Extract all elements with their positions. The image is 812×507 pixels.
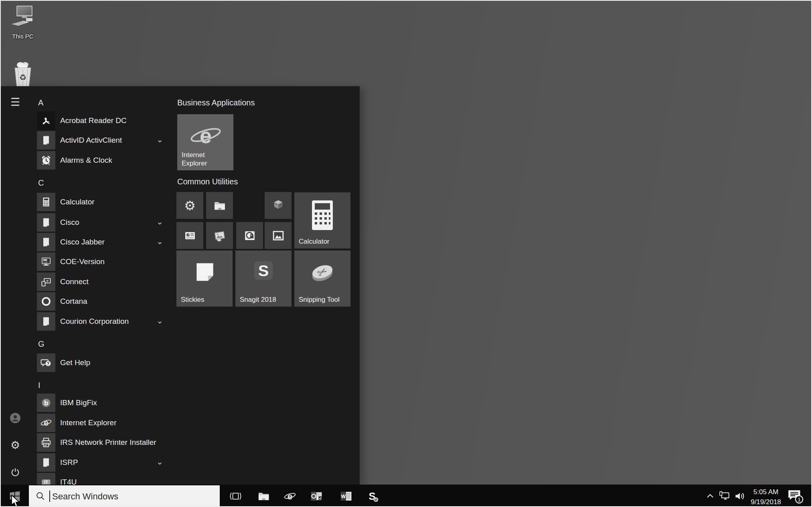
app-item-coe-version[interactable]: COE-Version [37, 252, 169, 271]
tile-secure-browser[interactable] [236, 222, 263, 249]
app-label: Courion Corporation [60, 312, 129, 331]
app-item-ibm-bigfix[interactable]: b IBM BigFix [37, 394, 169, 412]
user-account-icon[interactable] [8, 411, 22, 425]
task-view-icon [229, 490, 242, 503]
tile-control-panel[interactable] [176, 222, 203, 249]
tile-photos[interactable] [265, 222, 292, 249]
svg-text:S: S [258, 262, 269, 279]
internet-explorer-button[interactable]: e [283, 489, 297, 503]
tile-label: Internet Explorer [182, 151, 229, 168]
monitor-icon [37, 252, 55, 271]
app-item-cortana[interactable]: Cortana [37, 292, 169, 311]
taskbar: e W S [1, 485, 811, 507]
chevron-down-icon[interactable]: ⌄ [156, 213, 163, 232]
gear-glyph: ⚙ [10, 439, 20, 452]
document-icon [37, 312, 55, 331]
word-button[interactable]: W [339, 489, 353, 503]
search-input[interactable] [51, 485, 213, 507]
acrobat-reader-icon [37, 111, 55, 130]
tile-label: Stickies [181, 295, 228, 304]
app-item-cisco[interactable]: Cisco ⌄ [37, 213, 169, 232]
svg-text:b: b [44, 399, 48, 406]
app-item-alarms-clock[interactable]: Alarms & Clock [37, 151, 169, 170]
app-item-activid[interactable]: ActivID ActivClient ⌄ [37, 131, 169, 149]
outlook-button[interactable] [310, 489, 323, 503]
tray-overflow-button[interactable] [705, 489, 715, 503]
chevron-down-icon[interactable]: ⌄ [156, 312, 163, 331]
app-label: Alarms & Clock [60, 151, 112, 170]
skype-button[interactable]: S [366, 489, 379, 503]
tile-group-title-utilities: Common Utilities [177, 177, 238, 186]
settings-gear-icon[interactable]: ⚙ [8, 438, 22, 452]
calculator-icon [37, 193, 55, 211]
hamburger-menu-icon[interactable]: ☰ [8, 95, 22, 109]
svg-text:?: ? [47, 361, 49, 366]
tile-stickies[interactable]: Stickies [176, 250, 233, 307]
app-label: IBM BigFix [60, 394, 97, 412]
network-icon [718, 490, 731, 503]
tile-label: Snagit 2018 [240, 295, 287, 304]
app-label: Acrobat Reader DC [60, 111, 127, 130]
app-item-get-help[interactable]: ? Get Help [37, 353, 169, 372]
skype-icon: S [366, 488, 379, 504]
svg-text:e: e [44, 418, 49, 428]
section-letter-a[interactable]: A [38, 98, 43, 107]
tile-3d-builder[interactable] [265, 192, 292, 219]
app-item-courion[interactable]: Courion Corporation ⌄ [37, 312, 169, 331]
search-icon [35, 491, 46, 501]
tile-file-explorer[interactable] [206, 192, 233, 219]
action-center-icon: 1 [786, 488, 804, 505]
recycle-bin-icon: ♻ [12, 61, 34, 89]
tile-internet-explorer[interactable]: e Internet Explorer [177, 114, 233, 170]
app-item-internet-explorer[interactable]: e Internet Explorer [37, 414, 169, 432]
app-item-irs-printer[interactable]: IRS Network Printer Installer [37, 433, 169, 452]
network-status[interactable] [718, 489, 731, 503]
document-icon [37, 233, 55, 251]
photos-icon [271, 228, 286, 243]
mouse-cursor [10, 495, 22, 507]
chevron-down-icon[interactable]: ⌄ [156, 131, 163, 149]
notification-badge: 1 [798, 497, 800, 503]
tile-photo-viewer[interactable] [206, 222, 233, 249]
tile-snipping-tool[interactable]: ✂ Snipping Tool [294, 250, 350, 307]
section-letter-i[interactable]: I [38, 381, 40, 390]
section-letter-c[interactable]: C [38, 178, 44, 188]
app-label: COE-Version [60, 252, 105, 271]
bigfix-icon: b [37, 394, 55, 412]
desktop-icon-this-pc[interactable]: This PC [1, 5, 45, 40]
svg-text:e: e [200, 123, 212, 147]
section-letter-g[interactable]: G [38, 339, 45, 349]
task-view-button[interactable] [229, 489, 242, 503]
file-explorer-button[interactable] [257, 489, 270, 503]
app-item-acrobat-reader[interactable]: Acrobat Reader DC [37, 111, 169, 130]
folder-icon [257, 489, 270, 503]
app-item-connect[interactable]: Connect [37, 273, 169, 291]
app-item-cisco-jabber[interactable]: Cisco Jabber ⌄ [37, 233, 169, 251]
calculator-icon [311, 200, 334, 231]
cast-screens-icon [37, 273, 55, 291]
document-icon [37, 131, 55, 149]
start-menu: ☰ ⚙ A C G I [1, 86, 360, 485]
document-icon [37, 453, 55, 472]
chevron-down-icon[interactable]: ⌄ [156, 233, 163, 251]
app-label: ISRP [60, 453, 78, 472]
app-item-isrp[interactable]: ISRP ⌄ [37, 453, 169, 472]
tile-settings[interactable]: ⚙ [176, 192, 203, 219]
app-item-calculator[interactable]: Calculator [37, 193, 169, 211]
snipping-tool-icon: ✂ [309, 261, 336, 283]
tile-snagit[interactable]: S Snagit 2018 [235, 250, 292, 307]
chevron-down-icon[interactable]: ⌄ [156, 453, 163, 472]
app-label: Cisco Jabber [60, 233, 105, 251]
tray-clock[interactable]: 5:05 AM 9/19/2018 [743, 487, 788, 507]
app-label: Get Help [60, 353, 90, 372]
tile-label: Snipping Tool [299, 295, 346, 304]
taskbar-search[interactable] [29, 485, 220, 507]
svg-text:e: e [288, 491, 293, 501]
svg-text:♻: ♻ [19, 73, 26, 82]
cortana-ring-icon [37, 292, 55, 311]
action-center-button[interactable]: 1 [786, 489, 804, 503]
internet-explorer-icon: e [283, 489, 297, 503]
crumpled-photo-icon [212, 228, 227, 243]
power-icon[interactable] [8, 465, 22, 479]
tile-calculator[interactable]: Calculator [294, 192, 350, 248]
